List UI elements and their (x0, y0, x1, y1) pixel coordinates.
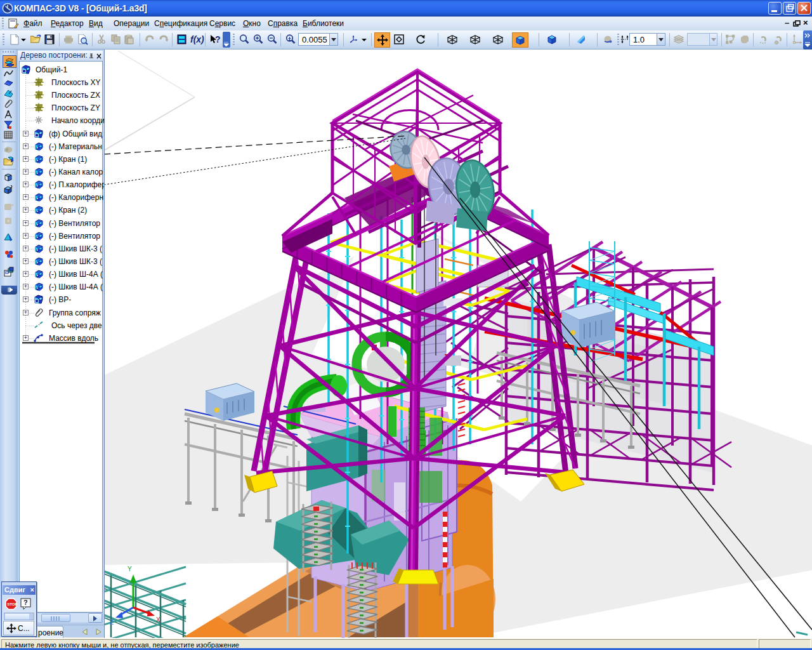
svg-text:Y: Y (128, 566, 132, 573)
svg-text:STOP: STOP (7, 602, 17, 606)
svg-text:?: ? (23, 599, 28, 606)
svg-text:X: X (156, 616, 160, 623)
svg-text:Z: Z (110, 619, 114, 626)
